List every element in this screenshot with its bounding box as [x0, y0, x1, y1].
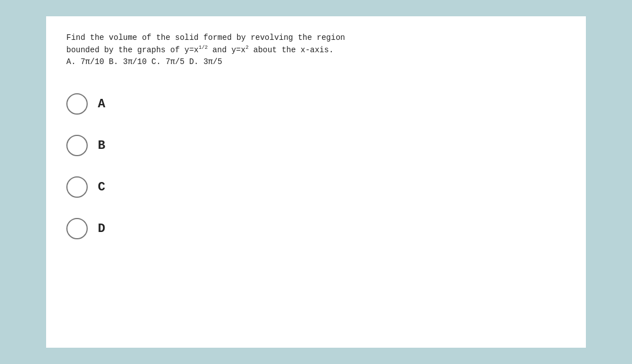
- question-line-3: A. 7π/10 B. 3π/10 C. 7π/5 D. 3π/5: [66, 56, 566, 69]
- question-line-1: Find the volume of the solid formed by r…: [66, 32, 566, 44]
- option-row-d: D: [66, 208, 566, 249]
- question-line2-start: bounded by the graphs of y=x: [66, 46, 198, 54]
- question-line-2: bounded by the graphs of y=x1/2 and y=x2…: [66, 44, 566, 57]
- radio-option-b[interactable]: [66, 135, 88, 156]
- radio-option-a[interactable]: [66, 93, 88, 115]
- question-line2-end: about the x-axis.: [249, 46, 333, 54]
- option-label-b: B: [98, 139, 105, 153]
- option-row-a: A: [66, 83, 566, 125]
- radio-option-c[interactable]: [66, 176, 88, 198]
- exponent-1: 1/2: [198, 45, 207, 51]
- options-area: A B C D: [66, 83, 566, 249]
- option-label-a: A: [98, 97, 105, 111]
- option-label-d: D: [98, 222, 105, 236]
- option-row-c: C: [66, 166, 566, 208]
- question-card: Find the volume of the solid formed by r…: [46, 16, 586, 348]
- question-text: Find the volume of the solid formed by r…: [66, 32, 566, 69]
- option-label-c: C: [98, 180, 105, 194]
- question-line2-mid: and y=x: [207, 46, 245, 54]
- option-row-b: B: [66, 125, 566, 166]
- radio-option-d[interactable]: [66, 218, 88, 239]
